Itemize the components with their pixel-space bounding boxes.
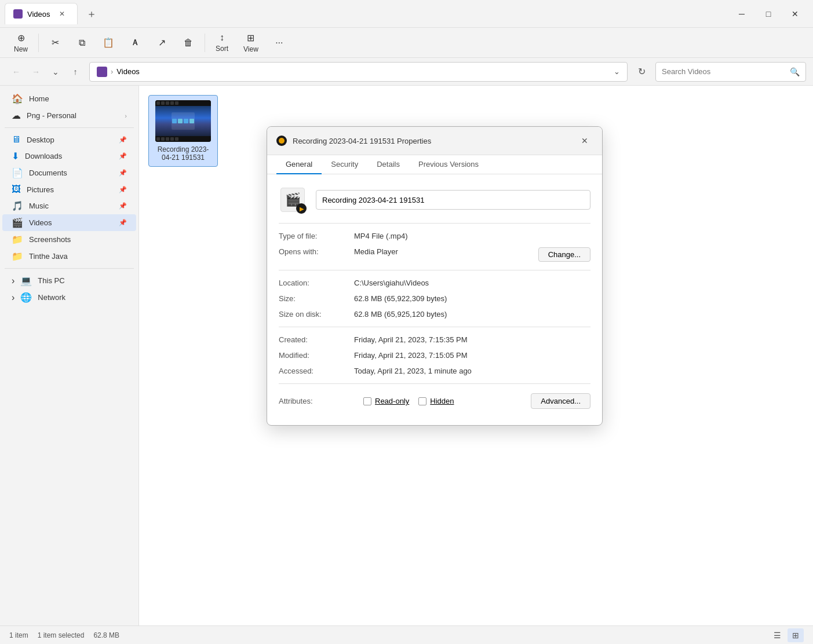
back-button[interactable]: ← (7, 63, 25, 81)
sidebar-item-network[interactable]: › 🌐 Network (2, 289, 136, 306)
pictures-icon: 🖼 (12, 184, 21, 195)
pin-icon-2: 📌 (119, 152, 127, 160)
tab-general-label: General (286, 160, 312, 169)
created-row: Created: Friday, April 21, 2023, 7:15:35… (279, 332, 590, 347)
opens-with-value: Media Player (354, 247, 531, 256)
sidebar-this-pc-label: This PC (38, 276, 64, 285)
film-hole (156, 137, 160, 141)
sort-button[interactable]: ↕ Sort (209, 30, 235, 56)
main-tab[interactable]: Videos ✕ (5, 3, 78, 24)
dialog-icon-inner (279, 138, 285, 144)
grid-view-button[interactable]: ⊞ (788, 628, 804, 642)
new-button[interactable]: ⊕ New (7, 30, 35, 56)
paste-icon: 📋 (103, 37, 114, 48)
search-input[interactable] (662, 67, 786, 76)
modified-label: Modified: (279, 351, 354, 360)
sidebar-item-screenshots[interactable]: 📁 Screenshots (2, 231, 136, 248)
sidebar-divider-1 (5, 127, 134, 128)
copy-button[interactable]: ⧉ (69, 30, 94, 56)
size-value: 62.8 MB (65,922,309 bytes) (354, 294, 590, 303)
pin-icon-3: 📌 (119, 169, 127, 177)
share-button[interactable]: ↗ (149, 30, 174, 56)
hidden-checkbox[interactable] (418, 397, 426, 405)
list-view-button[interactable]: ☰ (769, 628, 785, 642)
forward-button[interactable]: → (27, 63, 45, 81)
title-bar-left: Videos ✕ ＋ (5, 3, 101, 24)
more-button[interactable]: ··· (267, 30, 292, 56)
tab-label: Videos (27, 10, 50, 19)
delete-button[interactable]: 🗑 (176, 30, 201, 56)
address-path[interactable]: › Videos ⌄ (89, 62, 628, 82)
close-button[interactable]: ✕ (782, 5, 808, 23)
search-icon: 🔍 (790, 67, 800, 76)
path-text: Videos (116, 67, 140, 76)
tab-details[interactable]: Details (367, 155, 409, 174)
sidebar-item-pictures[interactable]: 🖼 Pictures 📌 (2, 181, 136, 197)
film-hole (161, 137, 165, 141)
item-selected: 1 item selected (38, 631, 85, 639)
cut-button[interactable]: ✂ (42, 30, 68, 56)
film-hole (175, 137, 178, 141)
sidebar-item-documents[interactable]: 📄 Documents 📌 (2, 164, 136, 181)
refresh-button[interactable]: ↻ (632, 63, 651, 81)
dialog-close-button[interactable]: ✕ (577, 133, 593, 149)
recent-button[interactable]: ⌄ (46, 63, 65, 81)
cloud-icon: ☁ (12, 110, 21, 121)
sidebar-item-png-personal[interactable]: ☁ Png - Personal › (2, 107, 136, 124)
sidebar-item-music[interactable]: 🎵 Music 📌 (2, 197, 136, 214)
dialog-tabs: General Security Details Previous Versio… (267, 155, 602, 174)
advanced-button[interactable]: Advanced... (531, 393, 590, 409)
rename-button[interactable]: Ａ (122, 30, 148, 56)
size-on-disk-row: Size on disk: 62.8 MB (65,925,120 bytes) (279, 306, 590, 322)
film-hole (161, 101, 165, 105)
sidebar-pictures-label: Pictures (27, 185, 54, 194)
minimize-button[interactable]: ─ (728, 5, 755, 23)
file-name-input[interactable] (316, 190, 590, 210)
sidebar-item-home[interactable]: 🏠 Home (2, 90, 136, 107)
more-icon: ··· (275, 38, 283, 48)
maximize-button[interactable]: □ (755, 5, 782, 23)
tab-close-button[interactable]: ✕ (55, 7, 69, 21)
location-label: Location: (279, 279, 354, 287)
view-button[interactable]: ⊞ View (236, 30, 265, 56)
hidden-item: Hidden (418, 397, 454, 405)
sidebar-item-downloads[interactable]: ⬇ Downloads 📌 (2, 148, 136, 164)
videos-icon: 🎬 (12, 217, 23, 228)
change-button[interactable]: Change... (538, 247, 590, 262)
sort-label: Sort (216, 45, 228, 53)
up-button[interactable]: ↑ (66, 63, 85, 81)
file-item[interactable]: Recording 2023-04-21 191531 (148, 95, 218, 167)
network-icon: 🌐 (20, 292, 32, 303)
thumb-bg (155, 106, 211, 136)
tab-general[interactable]: General (276, 155, 322, 174)
sidebar-item-desktop[interactable]: 🖥 Desktop 📌 (2, 131, 136, 148)
attributes-row: Attributes: Read-only Hidden Advanced... (279, 389, 590, 414)
readonly-checkbox[interactable] (363, 397, 371, 405)
opens-with-row: Opens with: Media Player Change... (279, 244, 590, 265)
tab-previous-versions[interactable]: Previous Versions (409, 155, 488, 174)
sidebar-item-videos[interactable]: 🎬 Videos 📌 (2, 214, 136, 231)
hidden-label: Hidden (430, 397, 454, 405)
modified-row: Modified: Friday, April 21, 2023, 7:15:0… (279, 347, 590, 363)
item-size: 62.8 MB (93, 631, 119, 639)
downloads-icon: ⬇ (12, 151, 19, 162)
address-dropdown-button[interactable]: ⌄ (614, 67, 620, 76)
expand-icon: › (125, 112, 127, 119)
sidebar-item-tinthe-java[interactable]: 📁 Tinthe Java (2, 248, 136, 265)
pin-icon: 📌 (119, 136, 127, 144)
tab-security[interactable]: Security (322, 155, 367, 174)
sidebar-screenshots-label: Screenshots (29, 235, 71, 244)
pin-icon-5: 📌 (119, 202, 127, 210)
new-tab-button[interactable]: ＋ (82, 5, 101, 23)
home-icon: 🏠 (12, 93, 23, 104)
location-row: Location: C:\Users\giahu\Videos (279, 275, 590, 291)
film-hole (175, 101, 178, 105)
paste-button[interactable]: 📋 (96, 30, 121, 56)
dialog-title-bar: Recording 2023-04-21 191531 Properties ✕ (267, 127, 602, 155)
dialog-app-icon (276, 136, 287, 146)
desktop-icon: 🖥 (12, 134, 21, 145)
thumb-content (172, 112, 195, 130)
sidebar-item-this-pc[interactable]: › 💻 This PC (2, 272, 136, 289)
pin-icon-6: 📌 (119, 219, 127, 226)
divider-3 (279, 327, 590, 327)
